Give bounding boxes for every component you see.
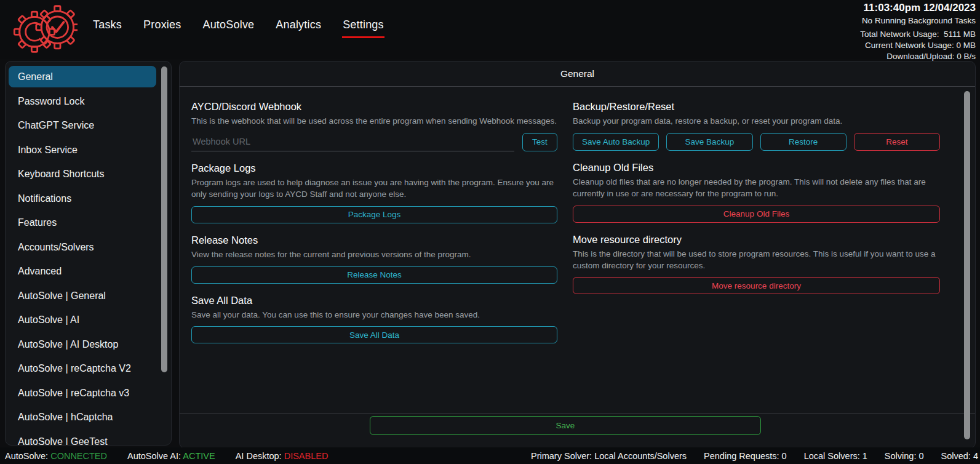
sidebar-item-autosolve-general[interactable]: AutoSolve | General bbox=[9, 285, 156, 310]
move-resource-directory-heading: Move resource directory bbox=[573, 234, 940, 246]
sidebar-item-accounts-solvers[interactable]: Accounts/Solvers bbox=[9, 236, 156, 261]
sidebar-item-autosolve-geetest[interactable]: AutoSolve | GeeTest bbox=[9, 431, 156, 446]
sidebar-item-autosolve-recaptcha-v3[interactable]: AutoSolve | reCaptcha v3 bbox=[9, 382, 156, 407]
cleanup-old-files-heading: Cleanup Old Files bbox=[573, 162, 940, 174]
sidebar-item-advanced[interactable]: Advanced bbox=[9, 260, 156, 285]
sidebar-item-autosolve-recaptcha-v2[interactable]: AutoSolve | reCaptcha V2 bbox=[9, 358, 156, 382]
release-notes-heading: Release Notes bbox=[191, 234, 557, 246]
move-resource-directory-section: Move resource directory This is the dire… bbox=[573, 234, 940, 295]
release-notes-button[interactable]: Release Notes bbox=[191, 266, 557, 284]
webhook-description: This is the webhook that will be used ac… bbox=[191, 116, 557, 127]
webhook-url-input[interactable] bbox=[191, 134, 514, 151]
sidebar-item-notifications[interactable]: Notifications bbox=[9, 188, 156, 212]
local-solvers-status: Local Solvers: 1 bbox=[804, 451, 867, 461]
status-left-group: AutoSolve: CONNECTED AutoSolve AI: ACTIV… bbox=[0, 451, 328, 461]
nav-tab-tasks[interactable]: Tasks bbox=[92, 18, 122, 38]
main-scrollbar[interactable] bbox=[964, 91, 970, 439]
webhook-heading: AYCD/Discord Webhook bbox=[191, 101, 557, 113]
cleanup-old-files-section: Cleanup Old Files Cleanup old files that… bbox=[573, 162, 940, 223]
webhook-section: AYCD/Discord Webhook This is the webhook… bbox=[191, 101, 557, 151]
sidebar-item-chatgpt-service[interactable]: ChatGPT Service bbox=[9, 114, 156, 139]
status-right-group: Primary Solver: Local Accounts/Solvers P… bbox=[531, 451, 980, 461]
current-network-usage: Current Network Usage: 0 MB bbox=[860, 40, 976, 51]
save-all-data-button[interactable]: Save All Data bbox=[191, 326, 557, 343]
settings-sidebar: General Password Lock ChatGPT Service In… bbox=[5, 61, 172, 446]
nav-tab-proxies[interactable]: Proxies bbox=[143, 18, 181, 38]
backup-buttons-row: Save Auto Backup Save Backup Restore Res… bbox=[573, 133, 940, 151]
save-row-divider bbox=[180, 414, 975, 414]
sidebar-item-keyboard-shortcuts[interactable]: Keyboard Shortcuts bbox=[9, 163, 156, 188]
background-tasks-status: No Running Background Tasks bbox=[860, 15, 976, 27]
sidebar-item-features[interactable]: Features bbox=[9, 212, 156, 236]
cleanup-old-files-button[interactable]: Cleanup Old Files bbox=[573, 206, 940, 223]
restore-button[interactable]: Restore bbox=[760, 133, 847, 151]
save-all-data-description: Save all your data. You can use this to … bbox=[191, 310, 557, 321]
header-info: 11:03:40pm 12/04/2023 No Running Backgro… bbox=[860, 1, 976, 62]
sidebar-item-password-lock[interactable]: Password Lock bbox=[9, 90, 156, 115]
cleanup-old-files-description: Cleanup old files that are no longer nee… bbox=[573, 177, 940, 200]
release-notes-description: View the release notes for the current a… bbox=[191, 249, 557, 261]
sidebar-item-autosolve-ai-desktop[interactable]: AutoSolve | AI Desktop bbox=[9, 334, 156, 358]
aycd-logo-icon bbox=[9, 1, 78, 60]
package-logs-button[interactable]: Package Logs bbox=[191, 206, 557, 223]
package-logs-description: Program logs are used to help diagnose a… bbox=[191, 177, 557, 201]
test-webhook-button[interactable]: Test bbox=[522, 133, 557, 151]
reset-button[interactable]: Reset bbox=[854, 133, 940, 151]
total-network-usage: Total Network Usage: 5111 MB bbox=[860, 29, 976, 40]
backup-restore-reset-section: Backup/Restore/Reset Backup your program… bbox=[573, 101, 940, 151]
nav-tab-analytics[interactable]: Analytics bbox=[275, 18, 322, 38]
right-column: Backup/Restore/Reset Backup your program… bbox=[573, 90, 940, 343]
package-logs-heading: Package Logs bbox=[191, 162, 557, 174]
pending-requests-status: Pending Requests: 0 bbox=[704, 451, 787, 461]
sidebar-item-general[interactable]: General bbox=[9, 66, 156, 87]
save-button[interactable]: Save bbox=[370, 416, 761, 435]
general-settings-panel: General AYCD/Discord Webhook This is the… bbox=[179, 61, 976, 449]
primary-solver-status: Primary Solver: Local Accounts/Solvers bbox=[531, 451, 687, 461]
release-notes-section: Release Notes View the release notes for… bbox=[191, 234, 557, 284]
settings-nav-list: General Password Lock ChatGPT Service In… bbox=[6, 62, 171, 446]
sidebar-item-autosolve-ai[interactable]: AutoSolve | AI bbox=[9, 309, 156, 334]
nav-tab-settings[interactable]: Settings bbox=[342, 18, 384, 38]
autosolve-ai-status: AutoSolve AI: ACTIVE bbox=[127, 451, 215, 461]
top-bar: Tasks Proxies AutoSolve Analytics Settin… bbox=[0, 0, 980, 59]
left-column: AYCD/Discord Webhook This is the webhook… bbox=[191, 90, 557, 343]
package-logs-section: Package Logs Program logs are used to he… bbox=[191, 162, 557, 223]
save-all-data-section: Save All Data Save all your data. You ca… bbox=[191, 295, 557, 344]
move-resource-directory-description: This is the directory that will be used … bbox=[573, 249, 940, 272]
save-all-data-heading: Save All Data bbox=[191, 295, 557, 306]
app-window: Tasks Proxies AutoSolve Analytics Settin… bbox=[0, 0, 980, 464]
save-backup-button[interactable]: Save Backup bbox=[666, 133, 752, 151]
page-title: General bbox=[180, 62, 975, 79]
sidebar-scrollbar[interactable] bbox=[161, 66, 167, 372]
clock: 11:03:40pm 12/04/2023 bbox=[860, 1, 976, 15]
sidebar-item-autosolve-hcaptcha[interactable]: AutoSolve | hCaptcha bbox=[9, 406, 156, 431]
nav-tab-autosolve[interactable]: AutoSolve bbox=[202, 18, 255, 38]
backup-restore-reset-heading: Backup/Restore/Reset bbox=[573, 101, 940, 113]
backup-restore-reset-description: Backup your program data, restore a back… bbox=[573, 116, 940, 127]
solved-status: Solved: 4 bbox=[941, 451, 978, 461]
sidebar-item-inbox-service[interactable]: Inbox Service bbox=[9, 139, 156, 164]
main-nav: Tasks Proxies AutoSolve Analytics Settin… bbox=[92, 18, 384, 38]
settings-columns: AYCD/Discord Webhook This is the webhook… bbox=[180, 87, 975, 343]
save-auto-backup-button[interactable]: Save Auto Backup bbox=[573, 133, 659, 151]
move-resource-directory-button[interactable]: Move resource directory bbox=[573, 277, 940, 294]
webhook-input-row: Test bbox=[191, 133, 557, 151]
ai-desktop-status: AI Desktop: DISABLED bbox=[236, 451, 329, 461]
autosolve-status: AutoSolve: CONNECTED bbox=[5, 451, 107, 461]
solving-status: Solving: 0 bbox=[885, 451, 924, 461]
status-bar: AutoSolve: CONNECTED AutoSolve AI: ACTIV… bbox=[0, 447, 980, 464]
